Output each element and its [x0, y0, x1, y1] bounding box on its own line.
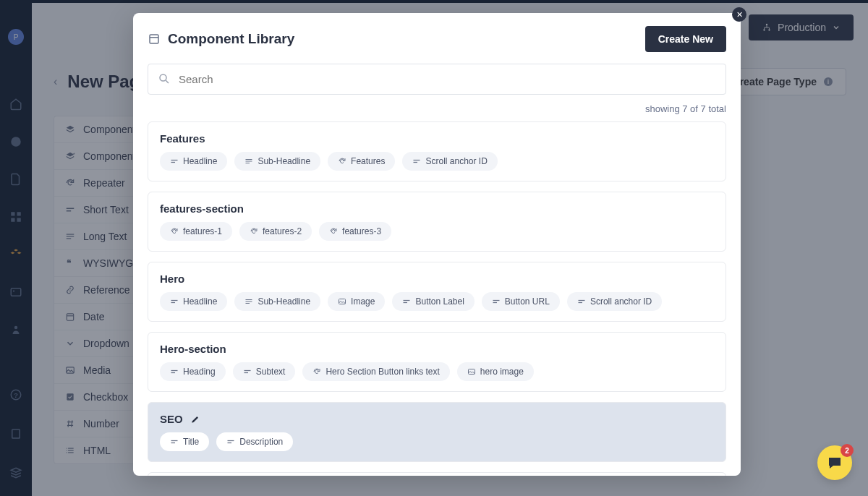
field-tag-label: Heading	[183, 367, 216, 377]
field-tag: Sub-Headline	[234, 292, 320, 311]
short-text-icon	[170, 297, 179, 306]
component-card[interactable]: SEOTitleDescription	[148, 402, 726, 462]
field-tag-label: hero image	[480, 367, 524, 377]
field-tag-label: Button URL	[505, 296, 550, 307]
short-text-icon	[170, 437, 179, 446]
field-tag: features-3	[319, 222, 391, 241]
field-tag-label: features-3	[342, 226, 381, 236]
field-tag-label: Features	[351, 156, 385, 166]
field-tag: features-2	[239, 222, 312, 241]
image-icon	[467, 367, 476, 376]
field-tag-label: features-1	[183, 226, 222, 236]
short-text-icon	[412, 157, 421, 166]
component-card-title: Hero	[160, 273, 184, 285]
short-text-icon	[492, 297, 501, 306]
chat-widget[interactable]: 2	[817, 445, 852, 480]
field-tag: Headline	[160, 152, 227, 171]
field-tag-label: Headline	[183, 296, 217, 307]
field-tag: Subtext	[233, 362, 296, 381]
short-text-icon	[402, 297, 411, 306]
field-tag: Headline	[160, 292, 227, 311]
search-input[interactable]	[148, 64, 726, 95]
field-tag: Button URL	[482, 292, 560, 311]
field-tag: Heading	[160, 362, 226, 381]
library-icon	[148, 33, 161, 46]
chat-icon	[826, 454, 843, 471]
component-card-title: Features	[160, 132, 205, 145]
component-card[interactable]: HeroHeadlineSub-HeadlineImageButton Labe…	[148, 262, 726, 322]
field-tag-label: Hero Section Button links text	[326, 367, 439, 377]
field-tag-label: Image	[351, 296, 375, 307]
component-card-title: Hero-section	[160, 343, 226, 355]
component-card-title: SEO	[160, 413, 183, 425]
image-icon	[338, 297, 346, 306]
refresh-icon	[312, 367, 321, 376]
results-count: showing 7 of 7 total	[133, 101, 741, 121]
field-tag: Image	[328, 292, 385, 311]
field-tag-label: Sub-Headline	[258, 156, 310, 166]
search-icon	[158, 72, 171, 85]
create-new-button[interactable]: Create New	[645, 26, 726, 52]
modal-title: Component Library	[168, 31, 294, 47]
component-card[interactable]: FeaturesHeadlineSub-HeadlineFeaturesScro…	[148, 121, 726, 181]
field-tag: Hero Section Button links text	[302, 362, 449, 381]
refresh-icon	[250, 227, 258, 236]
field-tag-label: Scroll anchor ID	[425, 156, 487, 166]
refresh-icon	[170, 227, 179, 236]
field-tag: Features	[328, 152, 395, 171]
short-text-icon	[170, 157, 179, 166]
component-card[interactable]: Hero-sectionHeadingSubtextHero Section B…	[148, 332, 726, 392]
field-tag: Button Label	[392, 292, 474, 311]
component-library-modal: ✕ Component Library Create New showing 7…	[133, 13, 741, 476]
refresh-icon	[338, 157, 346, 166]
field-tag-label: Sub-Headline	[258, 296, 310, 307]
component-card[interactable]: features-sectionfeatures-1features-2feat…	[148, 192, 726, 252]
long-text-icon	[244, 297, 253, 306]
field-tag: Sub-Headline	[234, 152, 320, 171]
field-tag-label: features-2	[263, 226, 302, 236]
field-tag: Scroll anchor ID	[402, 152, 497, 171]
field-tag: Title	[160, 432, 209, 451]
edit-icon[interactable]	[190, 414, 200, 424]
chat-badge: 2	[841, 444, 854, 457]
short-text-icon	[577, 297, 586, 306]
field-tag: Description	[216, 432, 293, 451]
short-text-icon	[226, 437, 235, 446]
component-card[interactable]: Testimonial-sectionTestimonial-1Testimon…	[148, 472, 726, 476]
field-tag: hero image	[457, 362, 534, 381]
field-tag-label: Button Label	[415, 296, 464, 307]
field-tag-label: Title	[183, 437, 199, 447]
refresh-icon	[329, 227, 338, 236]
short-text-icon	[170, 367, 179, 376]
long-text-icon	[244, 157, 253, 166]
field-tag-label: Scroll anchor ID	[590, 296, 652, 307]
field-tag-label: Description	[239, 437, 283, 447]
field-tag: Scroll anchor ID	[567, 292, 662, 311]
short-text-icon	[243, 367, 252, 376]
field-tag-label: Headline	[183, 156, 217, 166]
component-card-title: features-section	[160, 202, 244, 215]
field-tag-label: Subtext	[256, 367, 286, 377]
modal-close-button[interactable]: ✕	[732, 7, 746, 22]
field-tag: features-1	[160, 222, 232, 241]
